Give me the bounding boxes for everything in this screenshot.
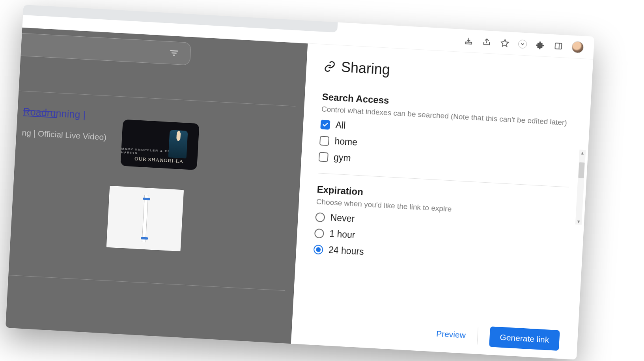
option-label: home (334, 136, 358, 148)
panel-title: Sharing (323, 58, 575, 88)
checkbox[interactable] (319, 136, 329, 146)
filter-icon[interactable] (170, 49, 179, 57)
video-thumbnail[interactable]: MARK KNOPFLER & EMMYLOU HARRIS OUR SHANG… (120, 119, 199, 170)
radio[interactable] (314, 228, 324, 238)
sidepanel-icon[interactable] (553, 41, 563, 51)
chevron-down-icon[interactable] (518, 39, 527, 49)
divider (8, 275, 285, 291)
option-label: All (335, 120, 346, 131)
divider (477, 327, 478, 344)
secondary-thumbnail[interactable] (106, 186, 184, 251)
star-icon[interactable] (500, 38, 510, 48)
expiration-section: Expiration Choose when you'd like the li… (313, 183, 568, 268)
share-icon[interactable] (482, 37, 492, 47)
svg-rect-1 (555, 43, 562, 49)
divider (318, 173, 569, 187)
install-icon[interactable] (464, 36, 474, 46)
checkbox[interactable] (320, 120, 330, 129)
search-result-subtitle: ng | Official Live Video) (22, 128, 107, 142)
svg-line-4 (172, 53, 176, 53)
panel-title-text: Sharing (341, 59, 390, 78)
profile-avatar[interactable] (571, 41, 584, 53)
background-page-dimmed: Roadrunning | ng | Official Live Video) … (6, 28, 308, 344)
scrollbar-thumb[interactable] (578, 162, 584, 178)
radio[interactable] (314, 244, 323, 254)
link-icon (323, 60, 336, 73)
scroll-up-icon[interactable]: ▲ (580, 150, 585, 156)
search-result-title[interactable]: Roadrunning | (23, 106, 86, 121)
extensions-icon[interactable] (535, 40, 545, 50)
scrollbar[interactable]: ▲ ▼ (575, 150, 586, 225)
divider (19, 91, 295, 107)
svg-line-2 (559, 43, 559, 49)
scroll-down-icon[interactable]: ▼ (576, 218, 581, 225)
generate-link-button[interactable]: Generate link (489, 326, 560, 351)
preview-button[interactable]: Preview (436, 329, 466, 340)
svg-rect-0 (465, 42, 472, 44)
browser-window: Roadrunning | ng | Official Live Video) … (6, 5, 595, 360)
option-label: 24 hours (328, 245, 364, 257)
tab-strip-shadow (23, 5, 338, 32)
search-bar[interactable] (21, 33, 191, 65)
option-label: 1 hour (329, 228, 356, 241)
sharing-panel: Sharing Search Access Control what index… (291, 43, 593, 359)
option-label: Never (330, 212, 355, 224)
option-label: gym (334, 152, 351, 163)
svg-line-3 (171, 51, 178, 51)
search-access-section: Search Access Control what indexes can b… (319, 91, 573, 176)
checkbox[interactable] (319, 152, 329, 162)
radio[interactable] (315, 212, 325, 222)
